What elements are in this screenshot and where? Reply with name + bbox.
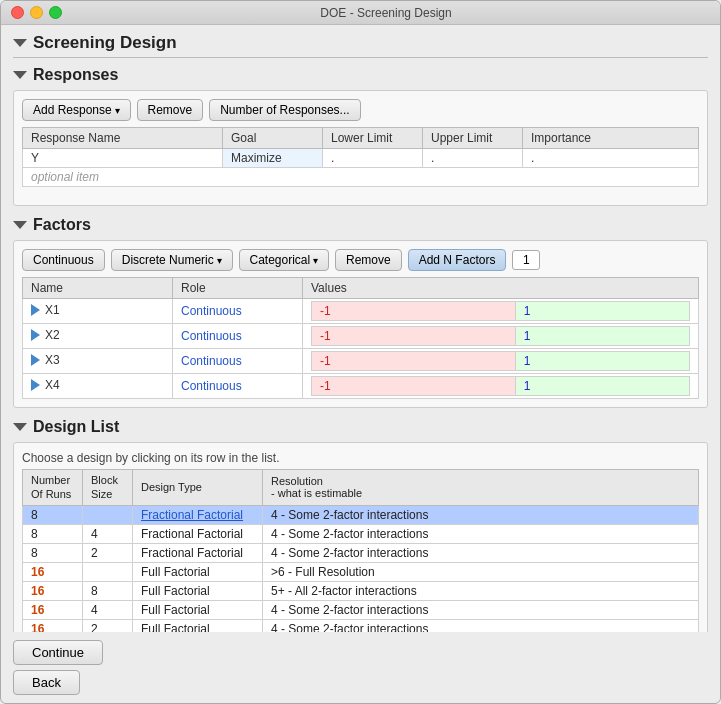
factor-row[interactable]: X2 Continuous -1 1 (23, 324, 699, 349)
design-resolution: 4 - Some 2-factor interactions (263, 505, 699, 524)
col-res-label: Resolution (271, 475, 690, 487)
design-block: 2 (83, 619, 133, 632)
response-upper-y: . (423, 149, 523, 168)
col-block-label: Block Size (91, 473, 124, 502)
factor-name-cell: X4 (23, 374, 173, 399)
design-type: Fractional Factorial (133, 524, 263, 543)
response-row-y[interactable]: Y Maximize . . . (23, 149, 699, 168)
col-response-name: Response Name (23, 128, 223, 149)
col-factor-values: Values (303, 278, 699, 299)
response-lower-y: . (323, 149, 423, 168)
factor-row[interactable]: X3 Continuous -1 1 (23, 349, 699, 374)
continuous-button[interactable]: Continuous (22, 249, 105, 271)
design-type: Full Factorial (133, 619, 263, 632)
design-block: 2 (83, 543, 133, 562)
design-type: Full Factorial (133, 600, 263, 619)
factor-role-cell: Continuous (173, 324, 303, 349)
design-row[interactable]: 8 2 Fractional Factorial 4 - Some 2-fact… (23, 543, 699, 562)
factors-table-header-row: Name Role Values (23, 278, 699, 299)
add-response-button[interactable]: Add Response (22, 99, 131, 121)
design-runs: 16 (23, 600, 83, 619)
design-runs: 8 (23, 543, 83, 562)
col-goal: Goal (223, 128, 323, 149)
design-type: Fractional Factorial (133, 505, 263, 524)
continue-button[interactable]: Continue (13, 640, 103, 665)
design-resolution: 4 - Some 2-factor interactions (263, 524, 699, 543)
design-runs: 16 (23, 562, 83, 581)
design-type: Full Factorial (133, 562, 263, 581)
factor-name-cell: X3 (23, 349, 173, 374)
design-block: 4 (83, 524, 133, 543)
col-block: Block Size (83, 470, 133, 506)
factor-role-cell: Continuous (173, 374, 303, 399)
factors-header: Factors (13, 216, 708, 234)
col-res: Resolution - what is estimable (263, 470, 699, 506)
response-name-y: Y (23, 149, 223, 168)
responses-table: Response Name Goal Lower Limit Upper Lim… (22, 127, 699, 187)
responses-header: Responses (13, 66, 708, 84)
number-of-responses-button[interactable]: Number of Responses... (209, 99, 360, 121)
col-runs: Number Of Runs (23, 470, 83, 506)
col-type-label: Design Type (141, 481, 254, 493)
responses-collapse-triangle[interactable] (13, 71, 27, 79)
main-title-section: Screening Design (13, 33, 708, 58)
main-title: Screening Design (33, 33, 177, 53)
design-runs: 16 (23, 581, 83, 600)
design-resolution: 4 - Some 2-factor interactions (263, 543, 699, 562)
col-factor-role: Role (173, 278, 303, 299)
responses-table-wrap: Response Name Goal Lower Limit Upper Lim… (22, 127, 699, 197)
design-list-title: Design List (33, 418, 119, 436)
col-res-sub-label: - what is estimable (271, 487, 690, 499)
categorical-button[interactable]: Categorical (239, 249, 329, 271)
discrete-numeric-button[interactable]: Discrete Numeric (111, 249, 233, 271)
n-factors-input[interactable] (512, 250, 540, 270)
factor-name-cell: X1 (23, 299, 173, 324)
factors-table: Name Role Values X1 Continuous -1 1 (22, 277, 699, 399)
bottom-buttons: Continue Back (1, 632, 720, 703)
design-runs: 16 (23, 619, 83, 632)
maximize-button[interactable] (49, 6, 62, 19)
design-row[interactable]: 16 Full Factorial >6 - Full Resolution (23, 562, 699, 581)
add-n-factors-button[interactable]: Add N Factors (408, 249, 507, 271)
factor-row[interactable]: X1 Continuous -1 1 (23, 299, 699, 324)
back-button[interactable]: Back (13, 670, 80, 695)
main-content: Screening Design Responses Add Response … (1, 25, 720, 632)
remove-factor-button[interactable]: Remove (335, 249, 402, 271)
design-list-collapse-triangle[interactable] (13, 423, 27, 431)
main-collapse-triangle[interactable] (13, 39, 27, 47)
design-row[interactable]: 8 Fractional Factorial 4 - Some 2-factor… (23, 505, 699, 524)
factor-values-cell: -1 1 (303, 374, 699, 399)
response-goal-y: Maximize (223, 149, 323, 168)
design-runs: 8 (23, 524, 83, 543)
responses-toolbar: Add Response Remove Number of Responses.… (22, 99, 699, 121)
factor-role-cell: Continuous (173, 349, 303, 374)
design-row[interactable]: 16 8 Full Factorial 5+ - All 2-factor in… (23, 581, 699, 600)
factor-values-cell: -1 1 (303, 299, 699, 324)
col-runs-label: Number Of Runs (31, 473, 74, 502)
design-resolution: 4 - Some 2-factor interactions (263, 600, 699, 619)
design-type: Fractional Factorial (133, 543, 263, 562)
design-row[interactable]: 16 4 Full Factorial 4 - Some 2-factor in… (23, 600, 699, 619)
design-list-box: Choose a design by clicking on its row i… (13, 442, 708, 632)
design-row[interactable]: 8 4 Fractional Factorial 4 - Some 2-fact… (23, 524, 699, 543)
responses-section: Responses Add Response Remove Number of … (13, 66, 708, 206)
design-row[interactable]: 16 2 Full Factorial 4 - Some 2-factor in… (23, 619, 699, 632)
remove-response-button[interactable]: Remove (137, 99, 204, 121)
window-title: DOE - Screening Design (62, 6, 710, 20)
col-lower-limit: Lower Limit (323, 128, 423, 149)
design-table-header-row: Number Of Runs Block Size Design Type Re… (23, 470, 699, 506)
col-upper-limit: Upper Limit (423, 128, 523, 149)
factor-row[interactable]: X4 Continuous -1 1 (23, 374, 699, 399)
minimize-button[interactable] (30, 6, 43, 19)
response-importance-y: . (523, 149, 699, 168)
col-factor-name: Name (23, 278, 173, 299)
col-type: Design Type (133, 470, 263, 506)
factor-values-cell: -1 1 (303, 349, 699, 374)
close-button[interactable] (11, 6, 24, 19)
col-importance: Importance (523, 128, 699, 149)
factors-collapse-triangle[interactable] (13, 221, 27, 229)
factors-title: Factors (33, 216, 91, 234)
design-resolution: 5+ - All 2-factor interactions (263, 581, 699, 600)
factors-section: Factors Continuous Discrete Numeric Cate… (13, 216, 708, 408)
traffic-lights (11, 6, 62, 19)
